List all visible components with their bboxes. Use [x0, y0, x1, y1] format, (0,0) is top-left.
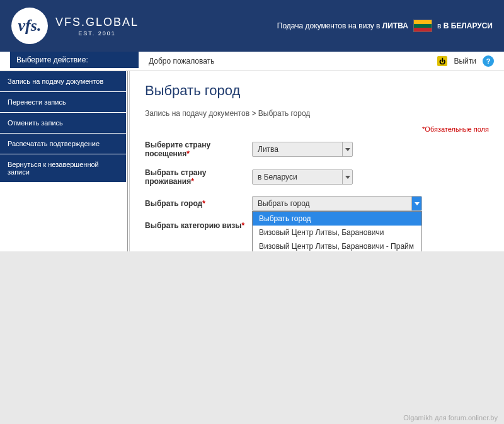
- select-residence[interactable]: в Беларуси: [252, 169, 353, 185]
- dropdown-option[interactable]: Визовый Центр Литвы, Барановичи: [253, 226, 421, 239]
- row-city: Выбрать город* Выбрать город Выбрать гор…: [145, 196, 489, 211]
- select-city[interactable]: Выбрать город: [252, 196, 422, 211]
- sidebar: Запись на подачу документов Перенести за…: [0, 71, 126, 251]
- breadcrumb-separator: >: [249, 109, 258, 118]
- visa-label: Подача документов на визу в ЛИТВА: [277, 21, 408, 30]
- brand-est: EST. 2001: [55, 30, 139, 37]
- top-right-info: Подача документов на визу в ЛИТВА в В БЕ…: [277, 20, 493, 32]
- lithuania-flag-icon: [413, 20, 432, 32]
- help-icon[interactable]: ?: [483, 55, 494, 67]
- breadcrumb-parent[interactable]: Запись на подачу документов: [145, 109, 249, 118]
- top-header: vfs. VFS.GLOBAL EST. 2001 Подача докумен…: [0, 0, 504, 52]
- sidebar-item-resume[interactable]: Вернуться к незавершенной записи: [0, 154, 126, 183]
- select-city-wrap: Выбрать город Выбрать городВизовый Центр…: [252, 196, 422, 211]
- dropdown-city[interactable]: Выбрать городВизовый Центр Литвы, Барано…: [252, 211, 422, 251]
- from-label: в В БЕЛАРУСИ: [437, 21, 493, 30]
- logout-link[interactable]: Выйти: [454, 57, 476, 66]
- chevron-down-icon: [342, 170, 352, 184]
- sidebar-item-print[interactable]: Распечатать подтверждение: [0, 134, 126, 154]
- welcome-text: Добро пожаловать: [149, 57, 214, 66]
- sidebar-item-cancel[interactable]: Отменить запись: [0, 113, 126, 134]
- select-visit-country-value: Литва: [258, 145, 278, 154]
- brand: vfs. VFS.GLOBAL EST. 2001: [11, 8, 139, 44]
- app-window: vfs. VFS.GLOBAL EST. 2001 Подача докумен…: [0, 0, 504, 251]
- dropdown-option[interactable]: Визовый Центр Литвы, Барановичи - Прайм …: [253, 239, 421, 251]
- label-city: Выбрать город*: [145, 199, 252, 208]
- sidebar-item-schedule[interactable]: Запись на подачу документов: [0, 71, 126, 92]
- select-residence-value: в Беларуси: [258, 173, 297, 181]
- select-visit-country[interactable]: Литва: [252, 142, 353, 157]
- row-residence: Выбрать страну проживания* в Беларуси: [145, 168, 489, 186]
- user-bar: Выберите действие: Добро пожаловать ⏻ Вы…: [0, 52, 504, 71]
- brand-name: VFS.GLOBAL: [55, 16, 139, 29]
- chevron-down-icon: [411, 197, 421, 210]
- select-city-value: Выбрать город: [258, 199, 310, 208]
- row-visit-country: Выберите страну посещения* Литва: [145, 140, 489, 158]
- content-area: Запись на подачу документов Перенести за…: [0, 71, 504, 251]
- required-note: *Обязательные поля: [145, 125, 489, 133]
- brand-logo-text: vfs.: [18, 16, 42, 35]
- brand-text-block: VFS.GLOBAL EST. 2001: [55, 16, 139, 37]
- breadcrumb-current: Выбрать город: [258, 109, 311, 118]
- label-visit-country: Выберите страну посещения*: [145, 140, 252, 158]
- content-divider: [127, 71, 128, 251]
- chevron-down-icon: [342, 142, 352, 156]
- logout-icon: ⏻: [437, 56, 447, 66]
- page-title: Выбрать город: [145, 83, 489, 99]
- brand-logo-icon: vfs.: [11, 8, 48, 44]
- sidebar-item-reschedule[interactable]: Перенести запись: [0, 92, 126, 113]
- dropdown-option[interactable]: Выбрать город: [253, 212, 421, 226]
- label-residence: Выбрать страну проживания*: [145, 168, 252, 186]
- label-category: Выбрать категорию визы*: [145, 221, 252, 230]
- main-panel: Выбрать город Запись на подачу документо…: [129, 71, 504, 251]
- breadcrumb: Запись на подачу документов > Выбрать го…: [145, 109, 489, 118]
- action-prompt: Выберите действие:: [10, 52, 139, 68]
